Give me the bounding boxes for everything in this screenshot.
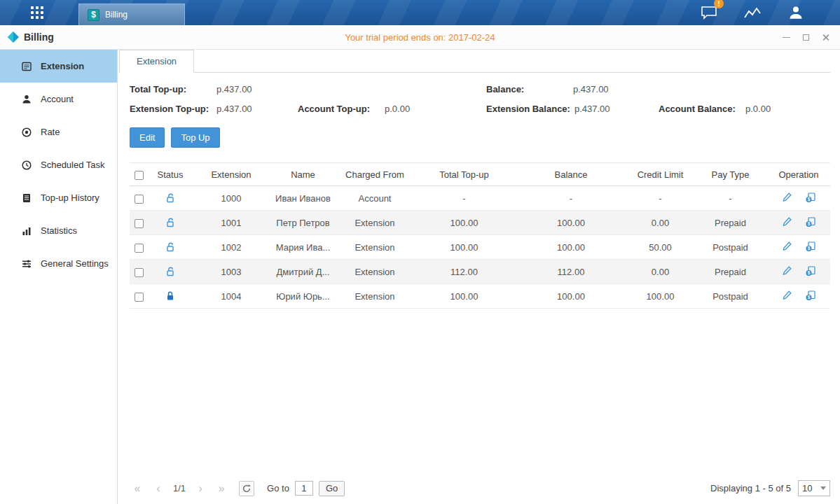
cell-name: Петр Петров bbox=[270, 211, 336, 235]
page-size-select[interactable]: 10 bbox=[798, 480, 830, 496]
sidebar-item-topup-history[interactable]: Top-up History bbox=[0, 181, 117, 214]
prev-page-button[interactable]: ‹ bbox=[151, 481, 166, 496]
cell-balance: 100.00 bbox=[515, 235, 627, 260]
go-button[interactable]: Go bbox=[319, 481, 345, 496]
cell-credit-limit: - bbox=[627, 186, 694, 211]
row-checkbox[interactable] bbox=[135, 219, 144, 228]
sidebar-item-label: General Settings bbox=[41, 258, 109, 269]
sidebar-item-statistics[interactable]: Statistics bbox=[0, 214, 117, 247]
cell-credit-limit: 50.00 bbox=[627, 235, 694, 260]
cell-balance: 100.00 bbox=[515, 211, 627, 235]
sliders-icon bbox=[21, 258, 32, 270]
summary-account-topup: Account Top-up:p.0.00 bbox=[298, 104, 486, 114]
row-checkbox[interactable] bbox=[135, 244, 144, 253]
refresh-icon bbox=[242, 484, 252, 493]
cell-credit-limit: 100.00 bbox=[627, 284, 694, 309]
person-icon bbox=[21, 94, 32, 105]
table-row[interactable]: 1000 Иван Иванов Account - - - - $ bbox=[130, 186, 830, 211]
close-button[interactable] bbox=[819, 31, 832, 43]
cell-balance: 112.00 bbox=[515, 260, 627, 284]
displaying-info: Displaying 1 - 5 of 5 bbox=[710, 483, 791, 493]
notifications-button[interactable]: ! bbox=[700, 4, 718, 22]
chevron-down-icon bbox=[820, 486, 826, 490]
minimize-button[interactable] bbox=[780, 31, 792, 43]
cell-name: Мария Ива... bbox=[270, 235, 336, 260]
svg-text:$: $ bbox=[807, 197, 810, 202]
sidebar-item-label: Account bbox=[41, 94, 74, 104]
topup-icon[interactable]: $ bbox=[805, 290, 816, 301]
cell-balance: - bbox=[515, 186, 627, 211]
col-total-topup: Total Top-up bbox=[413, 163, 515, 186]
ledger-icon bbox=[21, 192, 32, 204]
sidebar-item-extension[interactable]: Extension bbox=[0, 50, 117, 83]
sidebar-item-scheduled-task[interactable]: Scheduled Task bbox=[0, 148, 117, 181]
trial-notice: Your trial period ends on: 2017-02-24 bbox=[0, 32, 840, 43]
cell-charged-from: Extension bbox=[336, 211, 413, 235]
topbar: $ Billing ! bbox=[0, 0, 840, 25]
rate-coin-icon bbox=[21, 127, 32, 138]
edit-icon[interactable] bbox=[782, 192, 792, 202]
chat-icon bbox=[701, 5, 717, 20]
cell-total-topup: 100.00 bbox=[413, 235, 515, 260]
extension-icon bbox=[21, 61, 32, 72]
pagination-bar: « ‹ 1/1 › » Go to Go Displaying 1 - 5 of… bbox=[130, 472, 830, 504]
topup-icon[interactable]: $ bbox=[805, 216, 816, 227]
topup-icon[interactable]: $ bbox=[805, 265, 816, 276]
apps-grid-icon[interactable] bbox=[25, 4, 49, 22]
cell-charged-from: Account bbox=[336, 186, 413, 211]
table-row[interactable]: 1003 Дмитрий Д... Extension 112.00 112.0… bbox=[130, 260, 830, 284]
last-page-button[interactable]: » bbox=[214, 481, 229, 496]
edit-icon[interactable] bbox=[782, 290, 792, 300]
cell-charged-from: Extension bbox=[336, 235, 413, 260]
col-status: Status bbox=[148, 163, 193, 186]
table-row[interactable]: 1001 Петр Петров Extension 100.00 100.00… bbox=[130, 211, 830, 235]
topup-icon[interactable]: $ bbox=[805, 192, 816, 203]
table-row[interactable]: 1002 Мария Ива... Extension 100.00 100.0… bbox=[130, 235, 830, 260]
first-page-button[interactable]: « bbox=[130, 481, 145, 496]
cell-extension: 1001 bbox=[193, 211, 270, 235]
svg-text:$: $ bbox=[807, 270, 810, 276]
sidebar-item-rate[interactable]: Rate bbox=[0, 115, 117, 148]
cell-pay-type: Prepaid bbox=[694, 211, 767, 235]
edit-icon[interactable] bbox=[782, 241, 792, 251]
refresh-button[interactable] bbox=[239, 481, 254, 496]
col-operation: Operation bbox=[767, 163, 830, 186]
cell-pay-type: Postpaid bbox=[694, 284, 767, 309]
topup-icon[interactable]: $ bbox=[805, 241, 816, 252]
col-name: Name bbox=[270, 163, 336, 186]
summary-balance: Balance:p.437.00 bbox=[486, 84, 659, 94]
cell-extension: 1003 bbox=[193, 260, 270, 284]
col-charged-from: Charged From bbox=[336, 163, 413, 186]
topbar-billing-tab[interactable]: $ Billing bbox=[78, 4, 185, 25]
sidebar-item-general-settings[interactable]: General Settings bbox=[0, 247, 117, 280]
cell-total-topup: - bbox=[413, 186, 515, 211]
goto-page-input[interactable] bbox=[295, 481, 313, 496]
table-row[interactable]: 1004 Юрий Юрь... Extension 100.00 100.00… bbox=[130, 284, 830, 309]
tab-extension[interactable]: Extension bbox=[119, 50, 194, 73]
col-extension: Extension bbox=[193, 163, 270, 186]
monitor-button[interactable] bbox=[743, 4, 762, 22]
cell-name: Иван Иванов bbox=[270, 186, 336, 211]
billing-dollar-icon: $ bbox=[88, 9, 99, 21]
cell-name: Юрий Юрь... bbox=[270, 284, 336, 309]
edit-icon[interactable] bbox=[782, 265, 792, 276]
sidebar-item-account[interactable]: Account bbox=[0, 83, 117, 115]
action-bar: Edit Top Up bbox=[130, 127, 830, 148]
maximize-button[interactable] bbox=[799, 31, 812, 43]
page-size-value: 10 bbox=[802, 483, 812, 493]
svg-text:$: $ bbox=[807, 295, 810, 300]
row-checkbox[interactable] bbox=[135, 195, 144, 204]
top-up-button[interactable]: Top Up bbox=[171, 127, 219, 148]
next-page-button[interactable]: › bbox=[193, 481, 208, 496]
sidebar: Extension Account Rate Scheduled Task To… bbox=[0, 50, 118, 504]
edit-button[interactable]: Edit bbox=[130, 127, 165, 148]
row-checkbox[interactable] bbox=[135, 293, 144, 302]
user-button[interactable] bbox=[787, 4, 805, 22]
cell-name: Дмитрий Д... bbox=[270, 260, 336, 284]
sidebar-item-label: Extension bbox=[41, 61, 84, 71]
cell-extension: 1002 bbox=[193, 235, 270, 260]
sidebar-item-label: Statistics bbox=[41, 225, 77, 236]
row-checkbox[interactable] bbox=[135, 268, 144, 277]
select-all-checkbox[interactable] bbox=[135, 171, 144, 180]
edit-icon[interactable] bbox=[782, 216, 792, 227]
